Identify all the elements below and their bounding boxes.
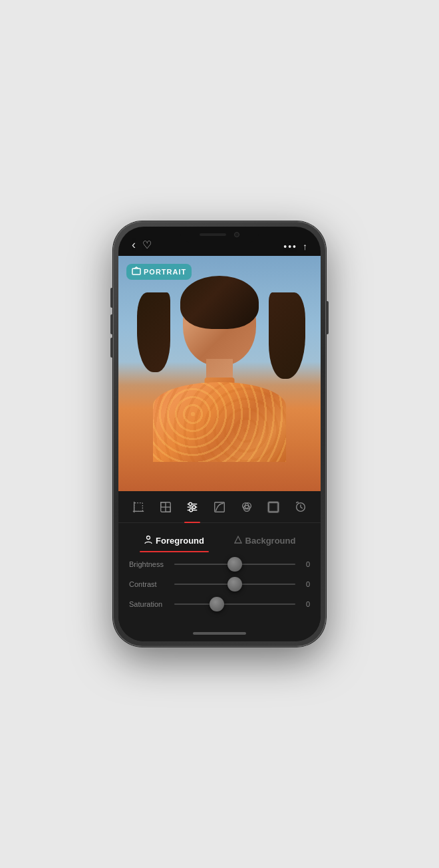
tool-crop[interactable] xyxy=(128,499,149,517)
tab-foreground[interactable]: Foreground xyxy=(129,530,220,552)
bottom-panel: Foreground Background Brightness xyxy=(118,491,321,641)
tool-color[interactable] xyxy=(236,499,257,517)
contrast-row: Contrast 0 xyxy=(129,578,310,591)
status-right: ••• ↑ xyxy=(283,241,307,252)
saturation-value: 0 xyxy=(301,600,310,608)
svg-point-10 xyxy=(189,502,192,506)
toolbar xyxy=(118,491,321,523)
tool-adjust[interactable] xyxy=(182,499,203,517)
status-left: ‹ ♡ xyxy=(132,238,152,252)
brightness-slider[interactable] xyxy=(174,558,295,571)
history-icon xyxy=(294,500,307,516)
brightness-row: Brightness 0 xyxy=(129,558,310,571)
contrast-label: Contrast xyxy=(129,580,174,588)
camera xyxy=(234,232,239,237)
svg-point-20 xyxy=(147,536,150,540)
brightness-thumb[interactable] xyxy=(227,557,242,572)
brightness-track xyxy=(174,564,295,565)
svg-point-11 xyxy=(193,506,196,509)
svg-rect-5 xyxy=(161,502,166,507)
hair-right xyxy=(269,292,305,379)
saturation-track xyxy=(174,603,295,605)
sliders-section: Brightness 0 Contrast xyxy=(118,552,321,628)
foreground-label: Foreground xyxy=(156,536,204,546)
svg-rect-6 xyxy=(166,507,170,512)
svg-rect-1 xyxy=(134,503,143,512)
tab-background[interactable]: Background xyxy=(220,530,310,552)
vignette-icon xyxy=(267,500,280,516)
foreground-icon xyxy=(144,535,152,546)
notch xyxy=(180,227,259,243)
saturation-slider[interactable] xyxy=(174,597,295,611)
portrait-label-text: PORTRAIT xyxy=(144,268,186,276)
home-indicator xyxy=(118,628,321,641)
more-button[interactable]: ••• xyxy=(283,241,297,252)
hair-left xyxy=(137,292,170,372)
phone-frame: ‹ ♡ ••• ↑ PORTRAIT xyxy=(113,221,326,647)
saturation-label: Saturation xyxy=(129,600,174,608)
svg-rect-17 xyxy=(269,502,279,512)
segment-tabs: Foreground Background xyxy=(118,523,321,552)
phone-screen: ‹ ♡ ••• ↑ PORTRAIT xyxy=(118,227,321,641)
hair xyxy=(180,276,259,329)
svg-marker-21 xyxy=(235,536,241,543)
share-button[interactable]: ↑ xyxy=(303,241,307,252)
back-button[interactable]: ‹ xyxy=(132,238,136,252)
tool-vignette[interactable] xyxy=(263,499,284,517)
contrast-value: 0 xyxy=(301,580,310,588)
tool-curves[interactable] xyxy=(209,499,230,517)
saturation-thumb[interactable] xyxy=(210,597,224,611)
crop-icon xyxy=(132,500,145,516)
photo-area: PORTRAIT xyxy=(118,256,321,491)
contrast-slider[interactable] xyxy=(174,578,295,591)
filters-icon xyxy=(159,500,172,516)
saturation-row: Saturation 0 xyxy=(129,597,310,611)
contrast-track xyxy=(174,584,295,585)
portrait-badge: PORTRAIT xyxy=(126,264,192,280)
speaker xyxy=(200,233,226,236)
favorite-button[interactable]: ♡ xyxy=(142,239,152,251)
brightness-label: Brightness xyxy=(129,560,174,568)
tool-history[interactable] xyxy=(290,499,311,517)
tool-filters[interactable] xyxy=(155,499,176,517)
svg-point-12 xyxy=(190,508,193,512)
home-bar xyxy=(193,632,246,635)
color-icon xyxy=(240,500,253,516)
background-icon xyxy=(234,536,242,545)
background-label: Background xyxy=(245,536,296,546)
torso xyxy=(153,382,286,462)
portrait-icon xyxy=(132,267,141,277)
contrast-thumb[interactable] xyxy=(227,577,242,592)
svg-rect-0 xyxy=(132,269,140,274)
svg-rect-18 xyxy=(269,502,279,512)
curves-icon xyxy=(213,500,226,516)
adjust-icon xyxy=(186,500,199,516)
brightness-value: 0 xyxy=(301,560,310,568)
subject-figure xyxy=(144,279,295,491)
